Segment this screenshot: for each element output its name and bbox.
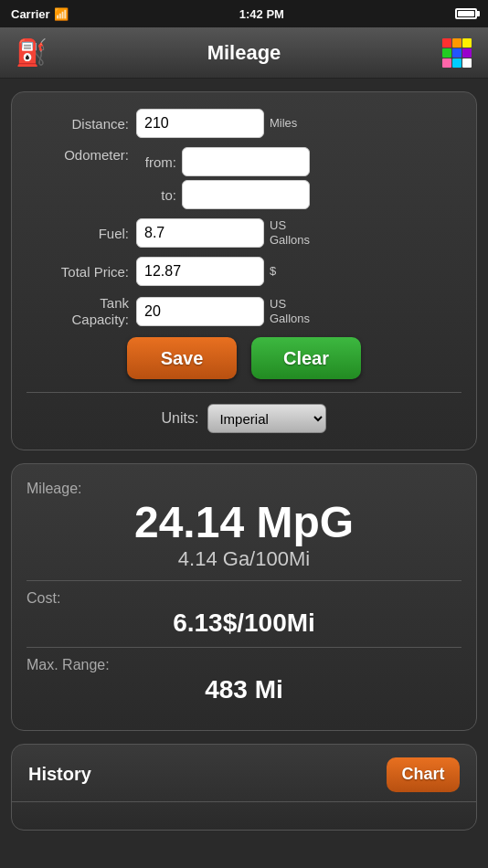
odometer-row: Odometer: from: to: bbox=[27, 147, 461, 209]
status-bar-time: 1:42 PM bbox=[69, 7, 455, 21]
fuel-unit: US Gallons bbox=[270, 218, 310, 247]
max-range-value: 483 Mi bbox=[27, 675, 461, 704]
odometer-section: from: to: bbox=[136, 147, 310, 209]
input-card: Distance: Miles Odometer: from: to: Fuel… bbox=[11, 91, 477, 450]
nav-left-icon: ⛽ bbox=[11, 33, 51, 73]
mileage-main-value: 24.14 MpG bbox=[27, 499, 461, 547]
units-row: Units: Imperial Metric US bbox=[27, 404, 461, 433]
chart-button[interactable]: Chart bbox=[387, 757, 460, 792]
result-divider-1 bbox=[27, 580, 461, 581]
main-content: Distance: Miles Odometer: from: to: Fuel… bbox=[0, 79, 488, 843]
max-range-section: Max. Range: 483 Mi bbox=[27, 657, 461, 704]
distance-row: Distance: Miles bbox=[27, 109, 461, 138]
odometer-from-input[interactable] bbox=[182, 147, 310, 176]
tank-capacity-label: Tank Capacity: bbox=[27, 295, 136, 328]
total-price-input[interactable] bbox=[136, 257, 264, 286]
units-select[interactable]: Imperial Metric US bbox=[207, 404, 326, 433]
mileage-label: Mileage: bbox=[27, 481, 461, 497]
odometer-to-label: to: bbox=[136, 187, 182, 203]
status-bar-right bbox=[455, 8, 477, 19]
distance-unit: Miles bbox=[270, 116, 297, 131]
action-buttons: Save Clear bbox=[27, 337, 461, 379]
tank-capacity-unit: US Gallons bbox=[270, 297, 310, 325]
cost-value: 6.13$/100Mi bbox=[27, 609, 461, 638]
nav-right-icon[interactable] bbox=[437, 33, 477, 73]
carrier-label: Carrier bbox=[11, 7, 50, 21]
color-grid-icon[interactable] bbox=[442, 38, 472, 68]
tank-capacity-input[interactable] bbox=[136, 297, 264, 326]
fuel-input[interactable] bbox=[136, 218, 264, 248]
result-divider-2 bbox=[27, 647, 461, 648]
status-bar-left: Carrier 📶 bbox=[11, 7, 69, 21]
tank-capacity-row: Tank Capacity: US Gallons bbox=[27, 295, 461, 328]
distance-input[interactable] bbox=[136, 109, 264, 138]
history-title: History bbox=[28, 764, 91, 785]
distance-label: Distance: bbox=[27, 116, 136, 132]
fuel-row: Fuel: US Gallons bbox=[27, 218, 461, 248]
nav-bar: ⛽ Mileage bbox=[0, 27, 488, 79]
odometer-from-row: from: bbox=[136, 147, 310, 176]
max-range-label: Max. Range: bbox=[27, 657, 461, 673]
save-button[interactable]: Save bbox=[127, 337, 237, 379]
odometer-from-label: from: bbox=[136, 154, 182, 170]
cost-section: Cost: 6.13$/100Mi bbox=[27, 590, 461, 638]
form-divider bbox=[27, 392, 461, 393]
total-price-row: Total Price: $ bbox=[27, 257, 461, 286]
total-price-label: Total Price: bbox=[27, 264, 136, 280]
history-header: History Chart bbox=[12, 745, 476, 802]
clear-button[interactable]: Clear bbox=[251, 337, 361, 379]
total-price-unit: $ bbox=[270, 264, 276, 279]
status-bar: Carrier 📶 1:42 PM bbox=[0, 0, 488, 27]
wifi-icon: 📶 bbox=[54, 7, 69, 21]
mileage-section: Mileage: 24.14 MpG 4.14 Ga/100Mi bbox=[27, 481, 461, 571]
results-card: Mileage: 24.14 MpG 4.14 Ga/100Mi Cost: 6… bbox=[11, 463, 477, 731]
nav-title: Mileage bbox=[51, 41, 437, 65]
mileage-sub-value: 4.14 Ga/100Mi bbox=[27, 547, 461, 571]
units-label: Units: bbox=[162, 410, 199, 427]
fuel-label: Fuel: bbox=[27, 226, 136, 241]
odometer-label: Odometer: bbox=[27, 147, 136, 163]
odometer-to-input[interactable] bbox=[182, 180, 310, 209]
history-list bbox=[12, 802, 476, 830]
odometer-to-row: to: bbox=[136, 180, 310, 209]
battery-icon bbox=[455, 8, 477, 19]
gas-station-icon: ⛽ bbox=[16, 37, 48, 68]
history-card: History Chart bbox=[11, 744, 477, 831]
cost-label: Cost: bbox=[27, 590, 461, 607]
